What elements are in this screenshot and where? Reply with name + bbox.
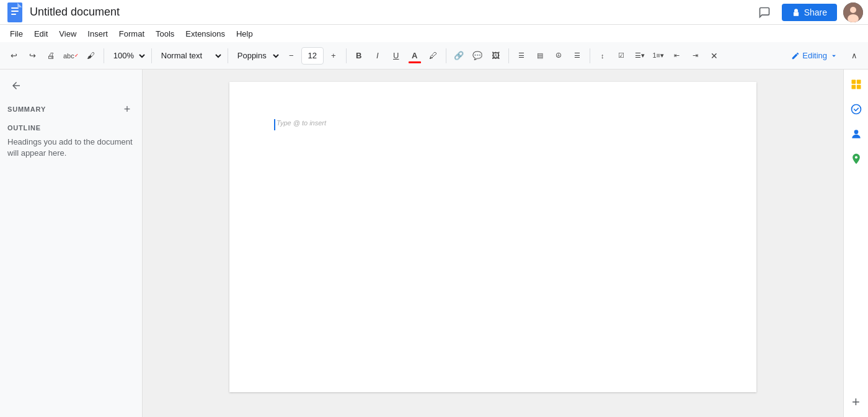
tasks-panel-button[interactable] [846,99,866,119]
bold-button[interactable]: B [350,47,368,65]
share-button[interactable]: Share [782,4,837,21]
user-avatar-icon [843,2,863,22]
paint-format-button[interactable]: 🖌 [82,47,100,65]
line-spacing-button[interactable]: ↕ [594,47,611,65]
main-area: SUMMARY + OUTLINE Headings you add to th… [0,70,868,417]
image-button[interactable]: 🖼 [487,47,505,65]
outline-label: OUTLINE [7,124,135,132]
toolbar-separator-6 [508,48,509,63]
svg-point-12 [851,105,861,114]
svg-rect-1 [11,7,19,9]
arrow-left-icon [11,80,22,91]
text-color-button[interactable]: A [406,47,423,65]
comment-button[interactable]: 💬 [469,47,486,65]
tasks-icon [850,103,862,115]
document-title[interactable]: Untitled document [30,6,753,19]
document-area[interactable]: Type @ to insert [143,70,843,417]
summary-header: SUMMARY + [7,102,135,117]
toolbar-separator-3 [228,48,228,63]
print-button[interactable]: 🖨 [42,47,60,65]
font-select[interactable]: Poppins Arial Times New Roman [232,47,281,65]
menu-extensions[interactable]: Extensions [180,27,230,41]
svg-point-6 [850,7,856,13]
summary-label: SUMMARY [7,105,46,113]
font-size-input[interactable] [301,47,324,65]
toolbar-separator-5 [446,48,446,63]
decrease-indent-button[interactable]: ⇤ [668,47,686,65]
toolbar-separator-7 [590,48,590,63]
grid-icon [850,78,862,91]
svg-rect-10 [851,85,856,89]
maps-panel-button[interactable] [846,149,866,169]
align-left-button[interactable]: ☰ [513,47,530,65]
avatar[interactable] [843,2,863,22]
editing-mode-button[interactable]: Editing [786,47,843,65]
text-style-select[interactable]: Normal text Heading 1 Heading 2 [156,47,224,65]
undo-button[interactable]: ↩ [5,47,22,65]
chat-button[interactable] [753,1,776,24]
menu-bar: File Edit View Insert Format Tools Exten… [0,25,868,42]
toolbar-separator-2 [151,48,152,63]
font-size-increase-button[interactable]: + [325,47,342,65]
toolbar-separator-4 [346,48,347,63]
underline-button[interactable]: U [388,47,405,65]
checklist-button[interactable]: ☑ [613,47,630,65]
justify-button[interactable]: ☰ [569,47,586,65]
contacts-icon [850,128,862,140]
svg-rect-9 [856,80,861,84]
svg-point-14 [854,156,857,158]
link-button[interactable]: 🔗 [450,47,467,65]
title-bar: Untitled document Share [0,0,868,25]
font-size-decrease-button[interactable]: − [283,47,300,65]
italic-button[interactable]: I [369,47,386,65]
align-right-button[interactable]: ☮ [550,47,567,65]
document-placeholder: Type @ to insert [277,119,326,127]
docs-logo-icon [5,2,25,22]
pencil-icon [791,52,800,60]
chat-icon [758,6,771,19]
outline-hint: Headings you add to the document will ap… [7,137,135,159]
menu-format[interactable]: Format [114,27,149,41]
align-center-button[interactable]: ▤ [531,47,549,65]
title-bar-actions: Share [753,1,863,24]
clear-formatting-button[interactable]: ✕ [706,47,723,65]
menu-view[interactable]: View [54,27,81,41]
bullet-list-button[interactable]: ☰▾ [631,47,649,65]
lock-icon [792,8,800,17]
summary-add-button[interactable]: + [120,102,135,117]
right-panel: + [843,70,868,417]
redo-button[interactable]: ↪ [24,47,41,65]
menu-insert[interactable]: Insert [82,27,113,41]
toolbar-separator-1 [104,48,104,63]
maps-icon [850,153,862,165]
svg-rect-11 [856,85,861,89]
menu-edit[interactable]: Edit [29,27,53,41]
numbered-list-button[interactable]: 1≡▾ [650,47,667,65]
svg-point-13 [854,130,858,134]
svg-rect-3 [11,14,16,15]
chevron-down-icon [830,52,838,60]
increase-indent-button[interactable]: ⇥ [687,47,704,65]
spellcheck-button[interactable]: abc✓ [61,47,81,65]
menu-help[interactable]: Help [231,27,258,41]
highlight-button[interactable]: 🖊 [425,47,442,65]
contacts-panel-button[interactable] [846,124,866,144]
sidebar: SUMMARY + OUTLINE Headings you add to th… [0,70,143,417]
add-panel-button[interactable]: + [846,392,866,412]
svg-rect-8 [851,80,856,84]
sidebar-back-button[interactable] [7,77,25,94]
text-cursor [274,119,275,130]
document-page[interactable]: Type @ to insert [229,82,756,392]
zoom-select[interactable]: 100% 75% 150% [108,47,148,65]
svg-rect-2 [11,11,19,12]
menu-file[interactable]: File [5,27,28,41]
sheets-panel-button[interactable] [846,74,866,94]
menu-tools[interactable]: Tools [151,27,179,41]
svg-rect-4 [794,12,799,16]
toolbar: ↩ ↪ 🖨 abc✓ 🖌 100% 75% 150% Normal text H… [0,42,868,70]
toolbar-right: Editing ∧ [786,47,863,65]
document-cursor-area[interactable]: Type @ to insert [274,119,712,130]
collapse-toolbar-button[interactable]: ∧ [846,47,863,65]
